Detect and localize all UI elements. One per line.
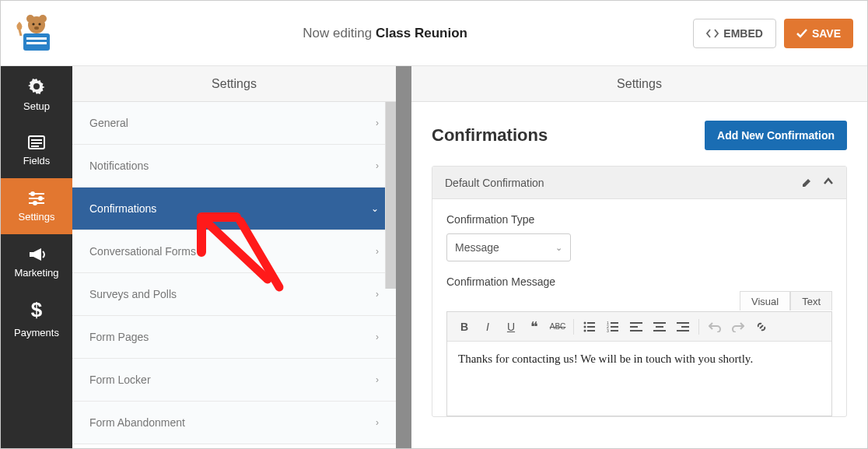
save-button[interactable]: SAVE (784, 19, 853, 48)
chevron-right-icon: › (376, 331, 379, 342)
svg-point-5 (34, 26, 39, 30)
bullhorn-icon (27, 247, 46, 262)
numbered-list-button[interactable]: 123 (602, 316, 624, 338)
settings-items: General › Notifications › Confirmations … (72, 102, 396, 444)
rail-item-marketing[interactable]: Marketing (1, 234, 72, 290)
chevron-up-icon[interactable] (823, 177, 834, 188)
svg-rect-8 (26, 42, 47, 44)
wpforms-logo (15, 14, 77, 53)
underline-button[interactable]: U (500, 316, 522, 338)
svg-point-2 (39, 15, 47, 23)
svg-rect-7 (26, 37, 47, 40)
form-title: Now editing Class Reunion (77, 26, 693, 41)
svg-rect-36 (653, 330, 666, 331)
bullet-list-button[interactable] (579, 316, 600, 338)
svg-rect-10 (31, 139, 42, 141)
chevron-right-icon: › (376, 246, 379, 257)
editor-tab-visual[interactable]: Visual (740, 291, 790, 310)
svg-rect-35 (656, 326, 663, 328)
confirmation-message-label: Confirmation Message (446, 275, 832, 288)
app-header: Now editing Class Reunion EMBED SAVE (1, 1, 867, 66)
align-center-button[interactable] (649, 316, 670, 338)
app-frame: Now editing Class Reunion EMBED SAVE Set (0, 0, 868, 449)
settings-item-notifications[interactable]: Notifications › (72, 145, 396, 188)
chevron-right-icon: › (376, 417, 379, 428)
svg-point-4 (38, 23, 40, 25)
editor-tab-text[interactable]: Text (790, 291, 832, 310)
rail-item-setup[interactable]: Setup (1, 66, 72, 122)
blockquote-button[interactable]: ❝ (523, 316, 545, 338)
undo-button[interactable] (704, 316, 726, 338)
main-panel: Settings Confirmations Add New Confirmat… (411, 66, 867, 449)
svg-rect-37 (677, 322, 689, 324)
svg-rect-11 (31, 142, 42, 144)
svg-rect-12 (31, 146, 39, 147)
panel-actions (801, 177, 834, 188)
rail-label: Payments (14, 327, 59, 339)
settings-header: Settings (72, 66, 396, 102)
embed-label: EMBED (723, 27, 763, 40)
rich-editor: B I U ❝ ABC (446, 311, 832, 416)
settings-item-label: Confirmations (89, 202, 156, 215)
settings-sidebar: Settings General › Notifications › Confi… (72, 66, 396, 449)
align-right-button[interactable] (672, 316, 694, 338)
svg-point-16 (30, 191, 35, 196)
link-button[interactable] (751, 316, 772, 338)
rail-label: Settings (19, 211, 55, 223)
settings-item-conversational-forms[interactable]: Conversational Forms › (72, 230, 396, 273)
svg-rect-33 (630, 330, 642, 331)
confirmation-type-label: Confirmation Type (446, 213, 832, 226)
svg-rect-39 (677, 330, 689, 331)
pencil-icon[interactable] (801, 177, 812, 188)
bear-mascot-icon (15, 14, 58, 53)
redo-button[interactable] (727, 316, 749, 338)
svg-text:3: 3 (607, 328, 609, 332)
column-gutter (396, 66, 411, 449)
settings-item-label: Form Locker (89, 374, 151, 386)
app-body: Setup Fields Settings Marketing (1, 66, 867, 449)
panel-header[interactable]: Default Confirmation (432, 167, 846, 199)
settings-item-label: Notifications (89, 160, 149, 172)
gear-icon (27, 77, 46, 96)
align-left-button[interactable] (625, 316, 647, 338)
editor-content[interactable]: Thanks for contacting us! We will be in … (447, 342, 831, 416)
settings-item-form-locker[interactable]: Form Locker › (72, 359, 396, 402)
settings-item-label: General (89, 117, 128, 129)
svg-point-23 (584, 329, 586, 331)
dollar-icon: $ (31, 298, 42, 322)
add-confirmation-button[interactable]: Add New Confirmation (705, 121, 847, 150)
chevron-right-icon: › (376, 374, 379, 385)
rail-item-payments[interactable]: $ Payments (1, 290, 72, 346)
confirmations-top: Confirmations Add New Confirmation (432, 121, 847, 150)
svg-point-1 (26, 15, 34, 23)
settings-item-general[interactable]: General › (72, 102, 396, 145)
separator (698, 319, 699, 335)
rail-label: Fields (23, 155, 51, 167)
rail-label: Marketing (14, 267, 58, 279)
scrollbar[interactable] (385, 102, 396, 289)
italic-button[interactable]: I (477, 316, 499, 338)
svg-rect-31 (630, 322, 642, 324)
rail-label: Setup (23, 100, 50, 112)
editor-tabs: Visual Text (740, 291, 832, 310)
embed-button[interactable]: EMBED (693, 19, 776, 48)
sliders-icon (27, 191, 46, 206)
separator (573, 319, 574, 335)
settings-item-form-abandonment[interactable]: Form Abandonment › (72, 402, 396, 444)
settings-item-form-pages[interactable]: Form Pages › (72, 316, 396, 359)
chevron-right-icon: › (376, 160, 379, 171)
strikethrough-button[interactable]: ABC (547, 316, 569, 338)
header-actions: EMBED SAVE (693, 19, 853, 48)
confirmation-type-select[interactable]: Message ⌄ (446, 233, 571, 261)
settings-item-surveys-polls[interactable]: Surveys and Polls › (72, 273, 396, 316)
bold-button[interactable]: B (453, 316, 475, 338)
rail-item-fields[interactable]: Fields (1, 122, 72, 178)
svg-rect-24 (587, 330, 595, 331)
chevron-right-icon: › (376, 289, 379, 300)
settings-item-label: Conversational Forms (89, 245, 196, 258)
svg-rect-32 (630, 326, 638, 328)
settings-item-confirmations[interactable]: Confirmations ⌄ (72, 188, 396, 230)
svg-rect-34 (653, 322, 666, 324)
confirmations-body: Confirmations Add New Confirmation Defau… (411, 102, 867, 417)
rail-item-settings[interactable]: Settings (1, 178, 72, 234)
